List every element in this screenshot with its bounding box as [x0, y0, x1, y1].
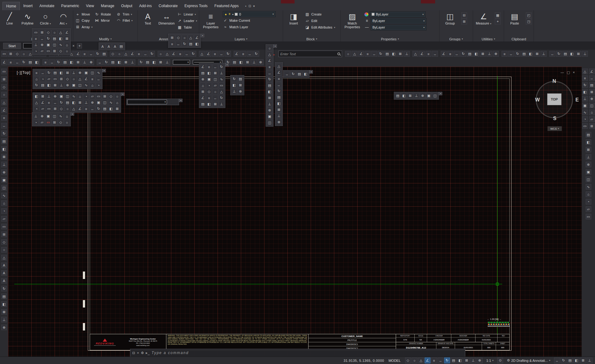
tool-icon[interactable]: ◧: [231, 82, 237, 88]
tool-icon[interactable]: ◇: [58, 119, 64, 125]
trim-button[interactable]: ⊘Trim▾: [116, 11, 134, 17]
tool-icon[interactable]: ○: [114, 93, 120, 99]
tool-icon[interactable]: ◫: [589, 103, 595, 108]
tool-icon[interactable]: ↔: [40, 70, 46, 76]
tool-icon[interactable]: ◔: [1, 208, 7, 214]
close-tab-icon[interactable]: ×: [72, 44, 74, 48]
tool-icon[interactable]: ∠: [194, 35, 200, 41]
match-layer-button[interactable]: ≈Match Layer: [223, 24, 276, 30]
text-search-box[interactable]: [278, 51, 342, 57]
menu-tab-output[interactable]: Output: [118, 2, 136, 10]
tool-icon[interactable]: ◔: [83, 93, 89, 99]
match-properties-button[interactable]: ▨ Match Properties: [343, 11, 362, 36]
tool-icon[interactable]: ↻: [34, 82, 39, 88]
tool-icon[interactable]: ⊕: [39, 42, 45, 48]
tool-icon[interactable]: ◧: [569, 51, 575, 57]
tool-icon[interactable]: ≡: [212, 51, 218, 57]
tool-icon[interactable]: ◇: [405, 357, 411, 363]
tool-icon[interactable]: ▱: [39, 119, 45, 125]
tool-icon[interactable]: ◫: [65, 93, 70, 99]
tool-icon[interactable]: ▤: [200, 70, 206, 76]
menu-tab-view[interactable]: View: [83, 2, 97, 10]
tool-icon[interactable]: ⊠: [267, 95, 273, 101]
tool-icon[interactable]: ▤: [296, 71, 302, 77]
mirror-button[interactable]: ⋈Mirror: [94, 17, 116, 24]
tool-icon[interactable]: ↻: [95, 51, 101, 57]
tool-icon[interactable]: ▣: [582, 103, 588, 108]
tool-icon[interactable]: ⊥: [1, 162, 7, 167]
tool-icon[interactable]: ⊞: [58, 76, 64, 82]
tool-icon[interactable]: ⊥: [413, 93, 419, 99]
quick-calc-icon[interactable]: ▦: [495, 12, 501, 18]
tool-icon[interactable]: ◔: [96, 82, 101, 88]
tool-icon[interactable]: ◇: [206, 89, 212, 95]
tool-icon[interactable]: ◧: [116, 59, 122, 65]
workspace-switcher[interactable]: ⚙2D Drafting & Annotati...▾: [506, 358, 552, 362]
tool-icon[interactable]: ◫: [212, 76, 218, 82]
tool-icon[interactable]: ▤: [65, 100, 70, 106]
tool-icon[interactable]: ◧: [71, 100, 77, 106]
copy-clip-icon[interactable]: ◳: [526, 19, 532, 25]
close-icon[interactable]: ×: [225, 63, 229, 66]
tool-icon[interactable]: ▭: [219, 83, 224, 88]
tool-icon[interactable]: ◧: [473, 51, 479, 57]
tool-icon[interactable]: ∿: [58, 42, 64, 48]
tool-icon[interactable]: ▣: [45, 113, 51, 119]
tool-icon[interactable]: ∿: [58, 113, 64, 119]
lineweight-select[interactable]: ByLayer▾: [371, 18, 426, 24]
tool-icon[interactable]: ▣: [206, 76, 212, 82]
tool-icon[interactable]: ↻: [45, 36, 51, 42]
tool-icon[interactable]: ⊥: [582, 51, 588, 57]
floating-toolbar[interactable]: ▭⊞◇○△∠≡↔↻▤◧⊠⊥⊕▣◫∿⌂◔▱▭⊞◇○: [32, 29, 71, 55]
tool-icon[interactable]: ↔: [219, 51, 224, 57]
tool-icon[interactable]: ≡: [206, 95, 212, 101]
tool-icon[interactable]: ⊠: [114, 106, 120, 112]
tool-icon[interactable]: ▤: [1, 138, 7, 144]
panel-toggle-icon[interactable]: ⊡: [248, 4, 251, 8]
tool-icon[interactable]: ↻: [219, 64, 224, 70]
customize-icon[interactable]: ⊡: [132, 351, 135, 355]
tool-icon[interactable]: ⊠: [575, 51, 581, 57]
tool-icon[interactable]: ≡: [43, 59, 48, 65]
tool-icon[interactable]: ≡: [83, 106, 89, 112]
tool-icon[interactable]: ⊥: [267, 101, 273, 107]
tool-icon[interactable]: ≡: [136, 51, 142, 57]
leader-button[interactable]: ↗Leader▾: [177, 18, 197, 24]
tool-icon[interactable]: ≡: [46, 100, 52, 106]
tool-icon[interactable]: ◔: [40, 76, 46, 82]
tool-icon[interactable]: ⊞: [8, 51, 14, 57]
tool-icon[interactable]: ⊕: [237, 88, 243, 94]
tool-icon[interactable]: ▭: [1, 69, 7, 74]
tool-icon[interactable]: ▤: [232, 59, 237, 65]
tool-icon[interactable]: ▤: [562, 51, 568, 57]
viewcube-south[interactable]: S: [553, 116, 557, 121]
minimize-icon[interactable]: —: [561, 70, 564, 74]
tool-icon[interactable]: ↻: [460, 51, 466, 57]
tool-icon[interactable]: ∠: [200, 64, 206, 70]
tool-icon[interactable]: ↔: [184, 51, 190, 57]
tool-icon[interactable]: ▤: [567, 357, 573, 363]
tool-icon[interactable]: ◫: [267, 120, 273, 126]
tool-icon[interactable]: ▤: [467, 51, 473, 57]
tool-icon[interactable]: ↻: [58, 100, 64, 106]
tool-icon[interactable]: ↻: [556, 51, 562, 57]
tool-icon[interactable]: A: [106, 43, 112, 49]
tool-icon[interactable]: ⊕: [1, 325, 7, 330]
tool-icon[interactable]: ○: [65, 106, 70, 112]
tool-icon[interactable]: △: [267, 52, 273, 57]
tool-icon[interactable]: ◫: [1, 185, 7, 191]
tool-icon[interactable]: ⊕: [258, 59, 264, 65]
tool-icon[interactable]: ∠: [77, 106, 83, 112]
tool-icon[interactable]: ◫: [432, 93, 438, 99]
viewcube-north[interactable]: N: [552, 79, 556, 84]
tool-icon[interactable]: ⌂: [114, 100, 120, 106]
tool-icon[interactable]: ↻: [253, 51, 259, 57]
menu-tab-featured-apps[interactable]: Featured Apps: [211, 2, 242, 10]
tool-icon[interactable]: ▤: [521, 51, 527, 57]
tool-icon[interactable]: ↻: [231, 76, 237, 82]
search-icon[interactable]: [337, 52, 340, 55]
tool-icon[interactable]: ⊥: [486, 51, 492, 57]
tool-icon[interactable]: ↻: [1, 286, 7, 291]
tool-icon[interactable]: ◫: [77, 82, 83, 88]
annotation-visibility-icon[interactable]: ⊙: [497, 357, 503, 363]
